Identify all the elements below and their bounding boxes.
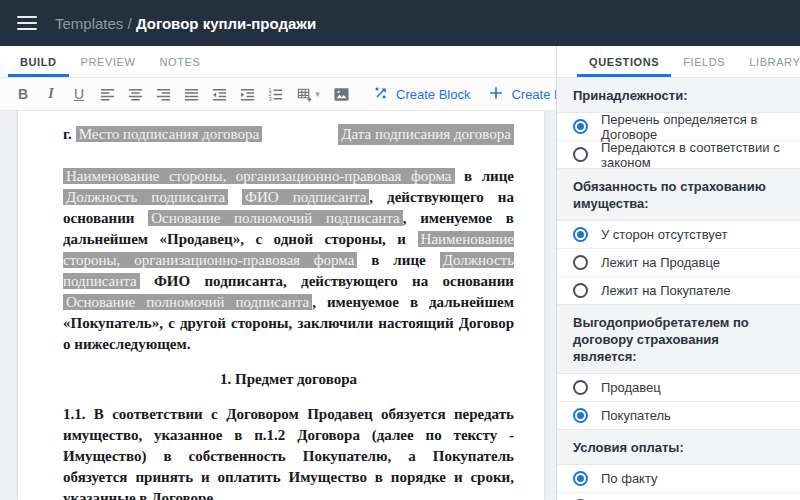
template-field-place[interactable]: Место подписания договора (76, 126, 262, 142)
question-option[interactable]: Покупатель (557, 402, 800, 430)
question-option-label: Лежит на Покупателе (601, 283, 730, 298)
editor-tab-bar: BUILD PREVIEW NOTES (0, 46, 556, 78)
tab-preview[interactable]: PREVIEW (69, 46, 148, 77)
questions-sidebar: QUESTIONS FIELDS LIBRARY Принадлежности:… (556, 46, 800, 500)
align-right-icon[interactable] (149, 81, 177, 107)
tab-notes[interactable]: NOTES (148, 46, 213, 77)
clause-1-1[interactable]: 1.1. В соответствии с Договором Продавец… (63, 404, 514, 500)
radio-unselected-icon[interactable] (573, 147, 588, 162)
breadcrumb: Templates / Договор купли-продажи (55, 15, 316, 32)
svg-text:3: 3 (268, 95, 271, 101)
create-block-button[interactable]: Create Block (373, 85, 470, 104)
align-center-icon[interactable] (121, 81, 149, 107)
question-option-label: У сторон отсутствует (601, 227, 727, 242)
template-field[interactable]: Основание полномочий подписанта (63, 294, 312, 310)
radio-unselected-icon[interactable] (573, 380, 588, 395)
question-option-label: Покупатель (601, 408, 671, 423)
question-option[interactable]: Перечень определяется в Договоре (557, 113, 800, 141)
image-icon[interactable] (327, 81, 355, 107)
question-group-title: Обязанность по страхованию имущества: (557, 168, 800, 221)
question-option[interactable]: Продавец (557, 374, 800, 402)
bold-icon[interactable]: B (9, 81, 37, 107)
outdent-icon[interactable] (205, 81, 233, 107)
radio-selected-icon[interactable] (573, 471, 588, 486)
radio-selected-icon[interactable] (573, 227, 588, 242)
radio-selected-icon[interactable] (573, 408, 588, 423)
question-option-label: Продавец (601, 380, 661, 395)
question-option[interactable]: Передаются в соответствии с законом (557, 141, 800, 169)
tab-fields[interactable]: FIELDS (671, 46, 737, 77)
align-left-icon[interactable] (93, 81, 121, 107)
create-block-label: Create Block (396, 87, 470, 102)
question-option[interactable]: Лежит на Покупателе (557, 277, 800, 305)
ordered-list-icon[interactable]: 123 (261, 81, 289, 107)
parties-paragraph[interactable]: Наименование стороны, организационно-пра… (63, 166, 514, 355)
question-option-label: Перечень определяется в Договоре (601, 112, 784, 142)
question-group-title: Принадлежности: (557, 78, 800, 113)
template-field-date[interactable]: Дата подписания договора (338, 124, 514, 145)
question-groups: Принадлежности:Перечень определяется в Д… (557, 78, 800, 500)
page-title: Договор купли-продажи (136, 15, 316, 32)
tab-build[interactable]: BUILD (8, 46, 69, 77)
document-dateline: г. Место подписания договора Дата подпис… (63, 124, 514, 145)
template-field[interactable]: Наименование стороны, организационно-пра… (63, 168, 455, 184)
question-option[interactable]: Предварительная оплата (557, 493, 800, 500)
tab-library[interactable]: LIBRARY (737, 46, 800, 77)
editor-pane: BUILD PREVIEW NOTES B I U (0, 46, 556, 500)
question-option-label: Передаются в соответствии с законом (601, 140, 784, 170)
question-option[interactable]: Лежит на Продавце (557, 249, 800, 277)
template-field[interactable]: ФИО подписанта (242, 189, 369, 205)
question-option[interactable]: По факту (557, 465, 800, 493)
document-page[interactable]: г. Место подписания договора Дата подпис… (18, 111, 544, 500)
city-prefix: г. (63, 126, 72, 142)
italic-icon[interactable]: I (37, 81, 65, 107)
dateline-left: г. Место подписания договора (63, 124, 262, 145)
question-group-title: Выгодоприобретателем по договору страхов… (557, 304, 800, 374)
chevron-down-icon: ▾ (315, 89, 320, 99)
menu-icon[interactable] (17, 16, 37, 30)
formatting-toolbar: B I U 123 (0, 78, 556, 111)
plus-icon (488, 85, 504, 104)
justify-icon[interactable] (177, 81, 205, 107)
question-option-label: По факту (601, 471, 658, 486)
document-canvas: г. Место подписания договора Дата подпис… (0, 111, 556, 500)
sidebar-tab-bar: QUESTIONS FIELDS LIBRARY (557, 46, 800, 78)
radio-selected-icon[interactable] (573, 119, 588, 134)
insert-table-icon[interactable]: ▾ (289, 81, 327, 107)
question-option-label: Лежит на Продавце (601, 255, 720, 270)
question-group-title: Условия оплаты: (557, 429, 800, 465)
radio-unselected-icon[interactable] (573, 255, 588, 270)
indent-icon[interactable] (233, 81, 261, 107)
section-heading[interactable]: 1. Предмет договора (63, 369, 514, 390)
breadcrumb-templates-link[interactable]: Templates / (55, 15, 136, 32)
tab-questions[interactable]: QUESTIONS (577, 46, 671, 77)
template-field[interactable]: Должность подписанта (63, 189, 228, 205)
radio-unselected-icon[interactable] (573, 283, 588, 298)
underline-icon[interactable]: U (65, 81, 93, 107)
template-field[interactable]: Основание полномочий подписанта (148, 210, 403, 226)
create-block-icon (373, 85, 389, 104)
app-bar: Templates / Договор купли-продажи (0, 0, 800, 46)
question-option[interactable]: У сторон отсутствует (557, 221, 800, 249)
